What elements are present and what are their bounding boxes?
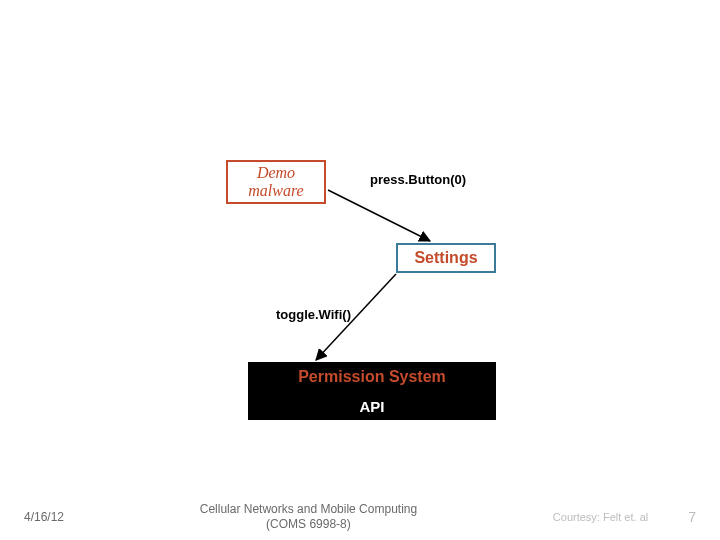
edge-label-press-button: press.Button(0) — [370, 172, 466, 187]
node-demo-malware-label: Demo malware — [228, 164, 324, 201]
footer-center-line2: (COMS 6998-8) — [200, 517, 417, 532]
svg-line-0 — [328, 190, 430, 241]
footer-right: Courtesy: Felt et. al 7 — [553, 509, 696, 525]
footer-page: 7 — [688, 509, 696, 525]
node-settings-label: Settings — [414, 249, 477, 267]
node-settings: Settings — [396, 243, 496, 273]
footer: 4/16/12 Cellular Networks and Mobile Com… — [0, 502, 720, 532]
footer-date: 4/16/12 — [24, 510, 64, 524]
footer-courtesy: Courtesy: Felt et. al — [553, 511, 648, 523]
footer-center-line1: Cellular Networks and Mobile Computing — [200, 502, 417, 517]
footer-center: Cellular Networks and Mobile Computing (… — [200, 502, 417, 532]
edge-label-toggle-wifi: toggle.Wifi() — [276, 307, 351, 322]
node-permission-system-label: Permission System — [298, 368, 446, 386]
node-demo-malware: Demo malware — [226, 160, 326, 204]
node-api-label: API — [359, 398, 384, 415]
arrows-layer — [0, 0, 720, 540]
node-permission-system: Permission System — [248, 362, 496, 392]
node-api: API — [248, 392, 496, 420]
slide: Demo malware press.Button(0) Settings to… — [0, 0, 720, 540]
